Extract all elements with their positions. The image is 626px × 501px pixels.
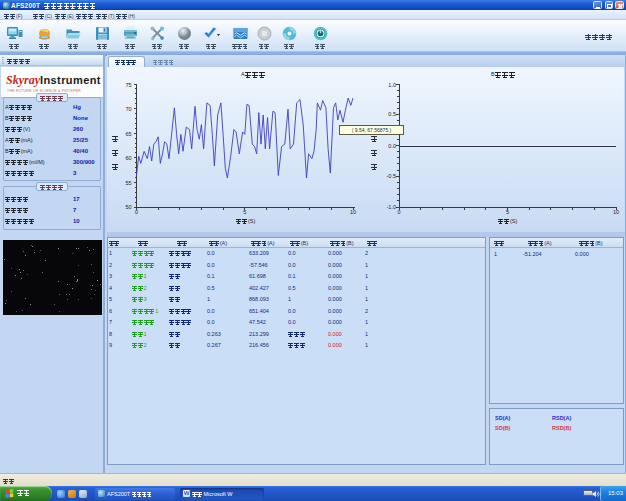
svg-text:55: 55 — [125, 180, 131, 186]
svg-text:75: 75 — [125, 82, 131, 88]
svg-text:0.5: 0.5 — [388, 111, 396, 117]
svg-text:5: 5 — [243, 209, 246, 215]
svg-text:0.0: 0.0 — [388, 143, 396, 149]
svg-text:-1.0: -1.0 — [387, 204, 396, 210]
svg-text:1.0: 1.0 — [388, 82, 396, 88]
svg-text:-0.5: -0.5 — [387, 173, 396, 179]
svg-text:0: 0 — [397, 209, 400, 215]
svg-text:5: 5 — [506, 209, 509, 215]
svg-text:0: 0 — [135, 209, 138, 215]
svg-text:10: 10 — [350, 209, 356, 215]
svg-text:10: 10 — [613, 209, 619, 215]
svg-text:70: 70 — [125, 106, 131, 112]
svg-text:60: 60 — [125, 155, 131, 161]
svg-text:65: 65 — [125, 131, 131, 137]
svg-text:50: 50 — [125, 204, 131, 210]
